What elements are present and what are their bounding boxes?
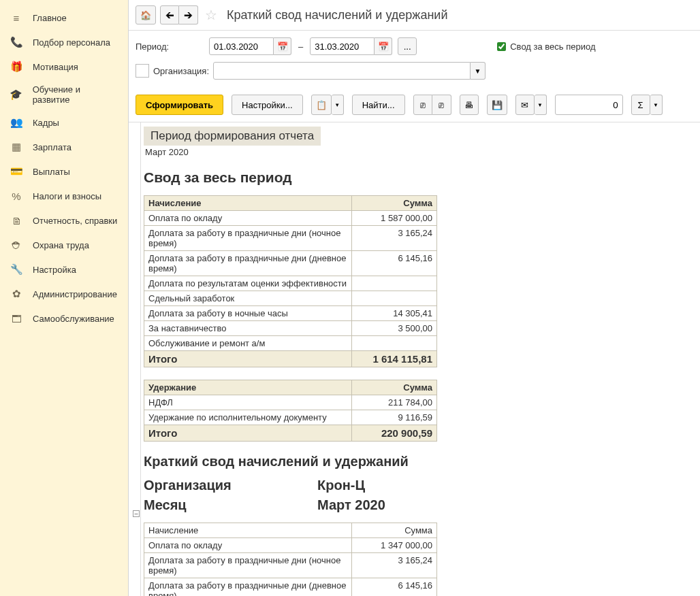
- sidebar-item-reports[interactable]: 🗎Отчетность, справки: [0, 208, 128, 233]
- ded-total-label: Итого: [144, 425, 352, 442]
- cell-sum: [352, 336, 437, 351]
- cell-name: Сдельный заработок: [144, 291, 352, 306]
- main: 🏠 🡨 🡪 ☆ Краткий свод начислений и удержа…: [129, 0, 700, 596]
- table-row[interactable]: Доплата за работу в праздничные дни (дне…: [144, 251, 437, 276]
- sidebar-item-payments[interactable]: 💳Выплаты: [0, 159, 128, 184]
- number-input[interactable]: [555, 95, 623, 115]
- cell-name: Оплата по окладу: [144, 211, 352, 226]
- date-to-input[interactable]: [310, 37, 375, 55]
- table-row[interactable]: Доплата за работу в праздничные дни (ноч…: [144, 553, 437, 578]
- sidebar-item-main[interactable]: ≡Главное: [0, 5, 128, 30]
- sidebar-item-label: Налоги и взносы: [33, 191, 101, 201]
- calendar-icon[interactable]: 📅: [375, 37, 392, 55]
- table-row[interactable]: Оплата по окладу1 587 000,00: [144, 211, 437, 226]
- card-icon: 💳: [10, 165, 23, 178]
- table-row[interactable]: Удержание по исполнительному документу9 …: [144, 410, 437, 425]
- sidebar-item-training[interactable]: 🎓Обучение и развитие: [0, 79, 128, 110]
- calendar-icon[interactable]: 📅: [274, 37, 291, 55]
- table-row[interactable]: НДФЛ211 784,00: [144, 395, 437, 410]
- copy-dropdown-btn[interactable]: ▼: [332, 95, 344, 115]
- table-row[interactable]: Доплата по результатам оценки эффективно…: [144, 276, 437, 291]
- people-icon: 👥: [10, 116, 23, 129]
- sidebar-item-selfservice[interactable]: 🗔Самообслуживание: [0, 306, 128, 331]
- sidebar-item-motivation[interactable]: 🎁Мотивация: [0, 54, 128, 79]
- mail-button[interactable]: ✉: [515, 95, 535, 115]
- date-to-field: 📅: [310, 37, 392, 55]
- phone-icon: 📞: [10, 35, 23, 49]
- document-icon: 🗎: [10, 214, 23, 227]
- period-month: Март 2020: [144, 146, 693, 165]
- mail-dropdown-btn[interactable]: ▼: [535, 95, 547, 115]
- sidebar-item-label: Кадры: [33, 118, 59, 128]
- date-from-input[interactable]: [209, 37, 274, 55]
- sidebar-item-label: Охрана труда: [33, 240, 89, 250]
- table-row[interactable]: Доплата за работу в праздничные дни (ноч…: [144, 226, 437, 251]
- table-row[interactable]: Сдельный заработок: [144, 291, 437, 306]
- copy-dropdown: 📋 ▼: [311, 95, 344, 115]
- period-label: Период:: [136, 42, 204, 52]
- svod-checkbox[interactable]: [497, 42, 506, 51]
- table-row[interactable]: Доплата за работу в ночные часы14 305,41: [144, 306, 437, 321]
- detail-title: Краткий свод начислений и удержаний: [144, 454, 693, 469]
- settings-button[interactable]: Настройки...: [232, 95, 303, 115]
- table-row[interactable]: Доплата за работу в праздничные дни (дне…: [144, 578, 437, 597]
- find-button[interactable]: Найти...: [352, 95, 405, 115]
- org-meta-value: Крон-Ц: [317, 478, 365, 493]
- wrench-icon: 🔧: [10, 263, 23, 276]
- cell-sum: 1 347 000,00: [352, 538, 437, 553]
- org-select: ▼: [213, 62, 486, 80]
- copy-button[interactable]: 📋: [311, 95, 332, 115]
- sidebar-item-safety[interactable]: ⛑Охрана труда: [0, 233, 128, 257]
- print-button[interactable]: 🖶: [460, 95, 479, 115]
- forward-button[interactable]: 🡪: [179, 5, 198, 24]
- cell-sum: 14 305,41: [352, 306, 437, 321]
- cell-sum: 6 145,16: [352, 251, 437, 276]
- sidebar-item-label: Отчетность, справки: [33, 216, 117, 226]
- table-row[interactable]: Обслуживание и ремонт а/м: [144, 336, 437, 351]
- org-label: Организация:: [153, 66, 209, 76]
- sidebar-item-settings[interactable]: 🔧Настройка: [0, 257, 128, 282]
- back-button[interactable]: 🡨: [160, 5, 179, 24]
- cell-sum: 9 116,59: [352, 410, 437, 425]
- sidebar-item-salary[interactable]: ▦Зарплата: [0, 135, 128, 159]
- svod-checkbox-group: Свод за весь период: [497, 42, 595, 52]
- gear-icon: ✿: [10, 287, 23, 301]
- period-section-title: Период формирования отчета: [144, 127, 321, 146]
- save-button[interactable]: 💾: [487, 95, 507, 115]
- outline-collapse-mark[interactable]: –: [133, 510, 140, 517]
- report-area: – Период формирования отчета Март 2020 С…: [129, 122, 700, 596]
- org-checkbox[interactable]: [136, 64, 149, 78]
- ded-head-name: Удержание: [144, 380, 352, 395]
- cell-name: Доплата за работу в праздничные дни (ноч…: [144, 226, 352, 251]
- sigma-dropdown: Σ ▼: [631, 95, 663, 115]
- sidebar-item-recruit[interactable]: 📞Подбор персонала: [0, 30, 128, 54]
- acc-total-sum: 1 614 115,81: [352, 351, 437, 367]
- cell-sum: 3 500,00: [352, 321, 437, 336]
- table-row[interactable]: Оплата по окладу1 347 000,00: [144, 538, 437, 553]
- sidebar-item-admin[interactable]: ✿Администрирование: [0, 282, 128, 306]
- expand-button[interactable]: ⎚: [413, 95, 432, 115]
- home-button[interactable]: 🏠: [136, 5, 156, 24]
- cell-sum: 6 145,16: [352, 578, 437, 597]
- sigma-dropdown-btn[interactable]: ▼: [650, 95, 663, 115]
- sigma-button[interactable]: Σ: [631, 95, 650, 115]
- sidebar-item-hr[interactable]: 👥Кадры: [0, 110, 128, 135]
- collapse-button[interactable]: ⎚: [432, 95, 451, 115]
- period-select-button[interactable]: ...: [398, 37, 417, 55]
- sidebar-item-label: Главное: [33, 13, 67, 23]
- det-head-sum: Сумма: [352, 523, 437, 538]
- acc-total-label: Итого: [144, 351, 352, 367]
- sidebar-item-label: Настройка: [33, 265, 76, 275]
- org-dropdown-button[interactable]: ▼: [471, 62, 486, 80]
- sidebar-item-taxes[interactable]: %Налоги и взносы: [0, 184, 128, 208]
- sidebar-item-label: Обучение и развитие: [33, 84, 118, 105]
- sidebar-item-label: Зарплата: [33, 142, 71, 152]
- org-input[interactable]: [213, 62, 471, 80]
- favorite-icon[interactable]: ☆: [205, 7, 217, 23]
- cell-sum: 3 165,24: [352, 553, 437, 578]
- menu-icon: ≡: [10, 11, 23, 24]
- gift-icon: 🎁: [10, 60, 23, 73]
- table-row[interactable]: За наставничество3 500,00: [144, 321, 437, 336]
- form-button[interactable]: Сформировать: [136, 95, 223, 115]
- cell-name: Обслуживание и ремонт а/м: [144, 336, 352, 351]
